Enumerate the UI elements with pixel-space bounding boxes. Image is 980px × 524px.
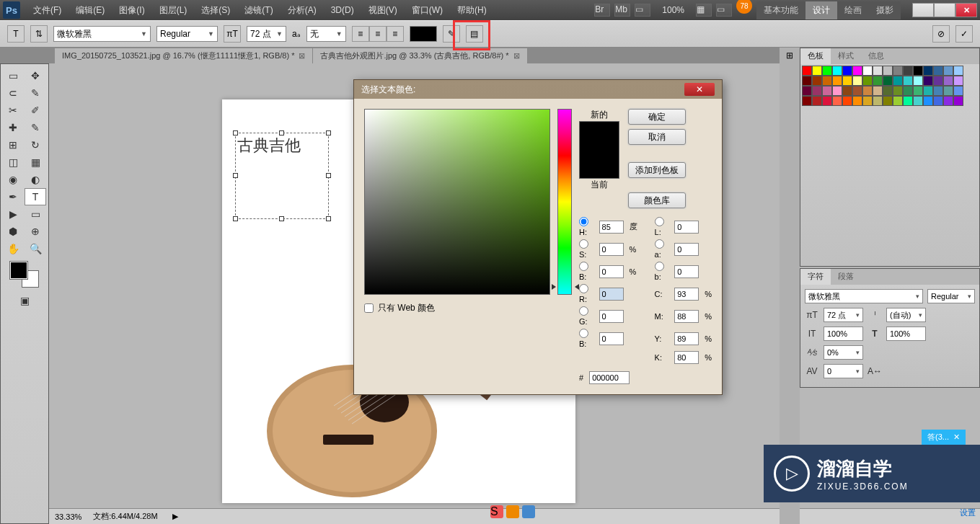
color-swatch[interactable] <box>873 86 883 96</box>
tray-icon[interactable] <box>522 505 535 518</box>
color-swatch[interactable] <box>923 76 933 86</box>
font-size-select[interactable]: 72 点▼ <box>247 26 286 42</box>
commit-edit-button[interactable]: ✓ <box>955 25 973 43</box>
arrange-icon[interactable]: ▦ <box>696 4 712 17</box>
hue-slider[interactable] <box>557 109 572 295</box>
move-tool[interactable]: ✥ <box>25 67 46 84</box>
color-swatch[interactable] <box>913 76 923 86</box>
b3-radio[interactable]: B: <box>579 329 595 348</box>
char-hscale-input[interactable]: 100% <box>886 327 926 341</box>
color-swatch[interactable] <box>842 76 852 86</box>
l-input[interactable] <box>674 221 699 234</box>
zoom-tool[interactable]: 🔍 <box>25 240 46 257</box>
color-swatch[interactable] <box>873 96 883 106</box>
color-swatch[interactable] <box>842 96 852 106</box>
lasso-tool[interactable]: ⊂ <box>2 84 24 102</box>
screen-mode-icon[interactable]: ▭ <box>635 4 650 17</box>
color-swatch[interactable] <box>883 96 893 106</box>
color-swatch[interactable] <box>953 66 963 76</box>
maximize-button[interactable]: □ <box>934 3 955 17</box>
hex-input[interactable] <box>589 371 630 384</box>
workspace-tab[interactable]: 设计 <box>805 1 837 19</box>
color-swatch[interactable] <box>842 86 852 96</box>
color-swatch[interactable] <box>923 96 933 106</box>
gradient-tool[interactable]: ▦ <box>25 154 46 171</box>
tray-icon[interactable] <box>506 505 519 518</box>
char-size-input[interactable]: 72 点▾ <box>824 308 863 322</box>
align-right-button[interactable]: ≡ <box>387 26 404 42</box>
color-swatch[interactable] <box>852 76 862 86</box>
tab-swatches[interactable]: 色板 <box>800 48 831 64</box>
bridge-icon[interactable]: Br <box>594 4 610 17</box>
g-radio[interactable]: G: <box>579 306 595 326</box>
color-swatch[interactable] <box>893 76 903 86</box>
color-swatch[interactable] <box>862 86 873 96</box>
pen-tool[interactable]: ✒ <box>2 188 24 205</box>
m-input[interactable] <box>674 310 699 323</box>
menu-item[interactable]: 窗口(W) <box>405 5 450 15</box>
color-swatch[interactable] <box>862 96 873 106</box>
crop-tool[interactable]: ✂ <box>2 102 24 119</box>
close-button[interactable]: ✕ <box>955 3 977 17</box>
cancel-edit-button[interactable]: ⊘ <box>932 25 950 43</box>
font-style-select[interactable]: Regular▼ <box>156 26 218 42</box>
color-swatch[interactable] <box>893 66 903 76</box>
color-swatch[interactable] <box>893 86 903 96</box>
color-swatch[interactable] <box>943 76 953 86</box>
color-selector[interactable] <box>10 262 39 288</box>
k-input[interactable] <box>674 351 699 364</box>
zoom-display[interactable]: 100% <box>655 5 692 15</box>
color-swatch[interactable] <box>832 96 842 106</box>
b-radio[interactable]: B: <box>579 262 595 281</box>
color-swatch[interactable] <box>903 76 913 86</box>
char-vscale-input[interactable]: 100% <box>824 327 863 341</box>
dodge-tool[interactable]: ◐ <box>25 171 46 188</box>
close-icon[interactable]: ⊠ <box>513 51 520 61</box>
color-swatch[interactable] <box>802 86 812 96</box>
char-font-select[interactable]: 微软雅黑▾ <box>805 289 923 303</box>
brush-tool[interactable]: ✎ <box>25 119 46 136</box>
color-swatch[interactable] <box>802 76 812 86</box>
type-tool[interactable]: T <box>25 188 46 205</box>
color-swatch[interactable] <box>883 86 893 96</box>
r-input[interactable] <box>599 288 624 301</box>
ok-button[interactable]: 确定 <box>628 109 686 125</box>
add-swatch-button[interactable]: 添加到色板 <box>628 162 686 178</box>
color-swatch[interactable] <box>812 76 822 86</box>
font-family-select[interactable]: 微软雅黑▼ <box>53 26 151 42</box>
quickmask-button[interactable]: ▣ <box>14 292 35 309</box>
workspace-tab[interactable]: 基本功能 <box>756 1 805 19</box>
tab-character[interactable]: 字符 <box>800 269 831 285</box>
color-swatch[interactable] <box>903 86 913 96</box>
color-swatch[interactable] <box>832 86 842 96</box>
text-frame[interactable]: 古典吉他 <box>235 133 329 219</box>
3d-tool[interactable]: ⬢ <box>2 223 24 240</box>
color-swatch[interactable] <box>802 96 812 106</box>
color-swatch[interactable] <box>923 66 933 76</box>
color-swatch[interactable] <box>873 76 883 86</box>
char-kerning-input[interactable]: 0▾ <box>824 364 863 378</box>
color-swatch[interactable] <box>913 86 923 96</box>
menu-item[interactable]: 图层(L) <box>152 5 195 15</box>
b2-radio[interactable]: b: <box>655 262 671 281</box>
r-radio[interactable]: R: <box>579 284 595 303</box>
s-input[interactable] <box>599 243 624 256</box>
quick-select-tool[interactable]: ✎ <box>25 84 46 102</box>
eyedropper-tool[interactable]: ✐ <box>25 102 46 119</box>
notification-badge[interactable]: 78 <box>736 0 752 14</box>
color-swatch[interactable] <box>913 96 923 106</box>
zoom-level[interactable]: 33.33% <box>55 512 81 521</box>
color-swatch[interactable] <box>822 86 832 96</box>
color-swatch[interactable] <box>852 86 862 96</box>
color-swatch[interactable] <box>953 76 963 86</box>
color-swatch[interactable] <box>822 66 832 76</box>
stamp-tool[interactable]: ⊞ <box>2 136 24 154</box>
color-swatch[interactable] <box>822 76 832 86</box>
color-swatch[interactable] <box>903 96 913 106</box>
l-radio[interactable]: L: <box>655 217 671 236</box>
color-swatch[interactable] <box>933 66 943 76</box>
menu-item[interactable]: 编辑(E) <box>69 5 112 15</box>
document-tab[interactable]: 古典吉他外观图片.jpg @ 33.3% (古典吉他, RGB/8#) *⊠ <box>313 48 527 63</box>
color-swatch[interactable] <box>943 66 953 76</box>
minibridge-icon[interactable]: Mb <box>614 4 630 17</box>
